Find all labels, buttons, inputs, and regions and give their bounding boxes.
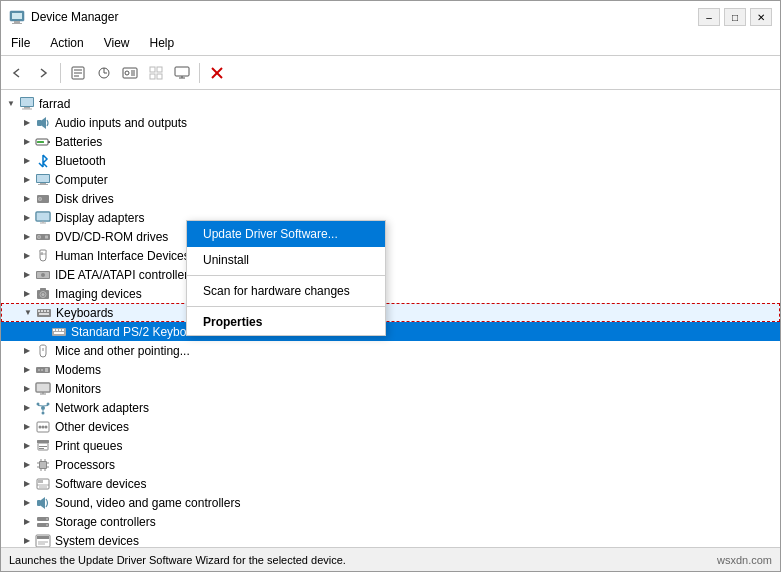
forward-icon <box>35 65 51 81</box>
context-menu-uninstall[interactable]: Uninstall <box>187 247 385 273</box>
print-label: Print queues <box>55 439 122 453</box>
tree-item-network[interactable]: Network adapters <box>1 398 780 417</box>
software-expand[interactable] <box>19 476 35 492</box>
tree-item-processors[interactable]: Processors <box>1 455 780 474</box>
modems-label: Modems <box>55 363 101 377</box>
scan-icon <box>122 65 138 81</box>
display-icon <box>35 210 51 226</box>
monitor-button[interactable] <box>170 61 194 85</box>
svg-rect-60 <box>39 313 49 315</box>
menu-view[interactable]: View <box>94 33 140 53</box>
show-hidden-button[interactable] <box>144 61 168 85</box>
context-menu-properties[interactable]: Properties <box>187 309 385 335</box>
network-expand[interactable] <box>19 400 35 416</box>
remove-button[interactable] <box>205 61 229 85</box>
display-expand[interactable] <box>19 210 35 226</box>
hid-expand[interactable] <box>19 248 35 264</box>
monitors-expand[interactable] <box>19 381 35 397</box>
ide-expand[interactable] <box>19 267 35 283</box>
computer-expand[interactable] <box>19 172 35 188</box>
tree-item-computer[interactable]: Computer <box>1 170 780 189</box>
tree-item-ide[interactable]: IDE ATA/ATAPI controllers <box>1 265 780 284</box>
update-driver-button[interactable] <box>92 61 116 85</box>
maximize-button[interactable]: □ <box>724 8 746 26</box>
sound-expand[interactable] <box>19 495 35 511</box>
computer-icon <box>35 172 51 188</box>
device-manager-window: Device Manager – □ ✕ File Action View He… <box>0 0 781 572</box>
context-menu-update-driver[interactable]: Update Driver Software... <box>187 221 385 247</box>
close-button[interactable]: ✕ <box>750 8 772 26</box>
system-expand[interactable] <box>19 533 35 548</box>
tree-root[interactable]: farrad <box>1 94 780 113</box>
other-expand[interactable] <box>19 419 35 435</box>
tree-item-software[interactable]: Software devices <box>1 474 780 493</box>
tree-item-monitors[interactable]: Monitors <box>1 379 780 398</box>
keyboards-icon <box>36 305 52 321</box>
svg-rect-63 <box>56 329 58 331</box>
tree-item-dvd[interactable]: DVD/CD-ROM drives <box>1 227 780 246</box>
svg-rect-66 <box>54 332 64 334</box>
menu-bar: File Action View Help <box>1 31 780 56</box>
bluetooth-expand[interactable] <box>19 153 35 169</box>
tree-item-other[interactable]: Other devices <box>1 417 780 436</box>
svg-rect-59 <box>47 310 49 312</box>
disk-expand[interactable] <box>19 191 35 207</box>
tree-item-hid[interactable]: Human Interface Devices <box>1 246 780 265</box>
menu-help[interactable]: Help <box>140 33 185 53</box>
mice-label: Mice and other pointing... <box>55 344 190 358</box>
audio-expand[interactable] <box>19 115 35 131</box>
imaging-label: Imaging devices <box>55 287 142 301</box>
root-expand[interactable] <box>3 96 19 112</box>
sound-icon <box>35 495 51 511</box>
svg-rect-64 <box>59 329 61 331</box>
tree-item-system[interactable]: System devices <box>1 531 780 547</box>
modems-expand[interactable] <box>19 362 35 378</box>
display-label: Display adapters <box>55 211 144 225</box>
scan-button[interactable] <box>118 61 142 85</box>
tree-item-disk[interactable]: Disk drives <box>1 189 780 208</box>
tree-item-print[interactable]: Print queues <box>1 436 780 455</box>
tree-item-keyboards[interactable]: Keyboards <box>1 303 780 322</box>
tree-item-bluetooth[interactable]: Bluetooth <box>1 151 780 170</box>
svg-rect-39 <box>37 213 49 220</box>
menu-action[interactable]: Action <box>40 33 93 53</box>
main-area: farrad Audio inputs and outputs <box>1 90 780 547</box>
tree-item-mice[interactable]: Mice and other pointing... <box>1 341 780 360</box>
storage-expand[interactable] <box>19 514 35 530</box>
context-menu-scan[interactable]: Scan for hardware changes <box>187 278 385 304</box>
context-menu-sep-2 <box>187 306 385 307</box>
svg-rect-73 <box>37 384 49 391</box>
svg-rect-105 <box>37 500 41 506</box>
batteries-label: Batteries <box>55 135 102 149</box>
tree-item-sound[interactable]: Sound, video and game controllers <box>1 493 780 512</box>
dvd-label: DVD/CD-ROM drives <box>55 230 168 244</box>
tree-item-batteries[interactable]: Batteries <box>1 132 780 151</box>
monitor-icon <box>174 65 190 81</box>
tree-item-audio[interactable]: Audio inputs and outputs <box>1 113 780 132</box>
menu-file[interactable]: File <box>1 33 40 53</box>
print-expand[interactable] <box>19 438 35 454</box>
processors-expand[interactable] <box>19 457 35 473</box>
batteries-expand[interactable] <box>19 134 35 150</box>
svg-point-37 <box>39 198 41 200</box>
properties-button[interactable] <box>66 61 90 85</box>
toolbar-sep-2 <box>199 63 200 83</box>
back-button[interactable] <box>5 61 29 85</box>
window-title: Device Manager <box>31 10 118 24</box>
imaging-expand[interactable] <box>19 286 35 302</box>
mice-expand[interactable] <box>19 343 35 359</box>
svg-point-78 <box>47 402 50 405</box>
keyboards-expand[interactable] <box>20 305 36 321</box>
tree-view[interactable]: farrad Audio inputs and outputs <box>1 90 780 547</box>
tree-item-ps2-keyboard[interactable]: Standard PS/2 Keyboard <box>1 322 780 341</box>
tree-item-storage[interactable]: Storage controllers <box>1 512 780 531</box>
tree-item-display[interactable]: Display adapters <box>1 208 780 227</box>
minimize-button[interactable]: – <box>698 8 720 26</box>
dvd-expand[interactable] <box>19 229 35 245</box>
ide-label: IDE ATA/ATAPI controllers <box>55 268 194 282</box>
tree-item-modems[interactable]: Modems <box>1 360 780 379</box>
svg-rect-18 <box>175 67 189 76</box>
tree-item-imaging[interactable]: Imaging devices <box>1 284 780 303</box>
forward-button[interactable] <box>31 61 55 85</box>
svg-rect-65 <box>62 329 64 331</box>
